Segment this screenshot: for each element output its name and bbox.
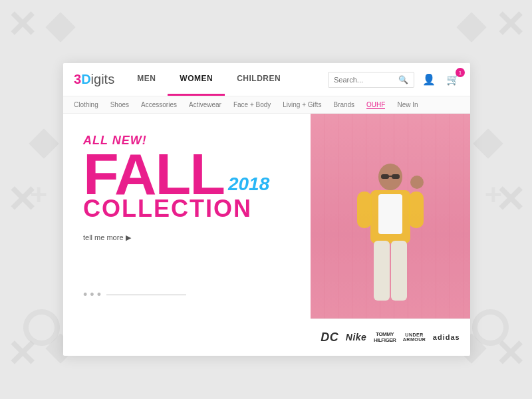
svg-rect-8 <box>381 174 389 179</box>
cart-wrapper[interactable]: 🛒 1 <box>444 70 462 88</box>
nav-men[interactable]: MEN <box>125 63 168 96</box>
svg-rect-7 <box>391 241 407 301</box>
nav-women[interactable]: WOMEN <box>168 63 225 96</box>
nav-children[interactable]: CHILDREN <box>225 63 293 96</box>
subnav-face-body[interactable]: Face + Body <box>233 101 271 108</box>
svg-rect-9 <box>392 174 400 179</box>
slider-dots: • • • <box>83 288 186 302</box>
subnav-activewear[interactable]: Activewear <box>189 101 221 108</box>
brand-dc[interactable]: DC <box>321 331 338 344</box>
nav-items: MEN WOMEN CHILDREN <box>125 63 320 96</box>
logo-3: 3 <box>74 72 81 86</box>
svg-rect-6 <box>374 241 390 301</box>
subnav-brands[interactable]: Brands <box>333 101 354 108</box>
dot-1[interactable]: • <box>83 288 87 302</box>
hero-year: 2018 <box>228 175 269 194</box>
nav-right: 🔍 👤 🛒 1 <box>320 63 470 96</box>
hero-cta[interactable]: tell me more ▶ <box>83 233 289 242</box>
user-icon[interactable]: 👤 <box>420 70 438 88</box>
subnav-clothing[interactable]: Clothing <box>74 101 98 108</box>
brands-bar: DC Nike TOMMYHILFIGER UNDERARMOUR adidas <box>311 319 470 355</box>
svg-rect-2 <box>378 194 402 234</box>
sub-nav: Clothing Shoes Accessories Activewear Fa… <box>63 96 470 114</box>
svg-rect-4 <box>409 192 424 228</box>
search-input[interactable] <box>334 76 398 84</box>
logo-d: D <box>81 72 90 86</box>
main-card: 3Digits MEN WOMEN CHILDREN 🔍 👤 🛒 1 Cloth… <box>63 63 470 356</box>
cart-badge: 1 <box>456 68 465 77</box>
subnav-shoes[interactable]: Shoes <box>110 101 129 108</box>
hero-collection: COLLECTION <box>83 195 289 223</box>
subnav-new-in[interactable]: New In <box>397 101 418 108</box>
brand-adidas[interactable]: adidas <box>433 333 460 341</box>
hero-fall: FALL <box>83 148 224 200</box>
slider-line <box>106 295 186 295</box>
hero-text-area: ALL NEW! FALL 2018 COLLECTION tell me mo… <box>63 114 303 355</box>
brand-tommy-hilfiger[interactable]: TOMMYHILFIGER <box>374 331 396 343</box>
search-box[interactable]: 🔍 <box>328 72 414 88</box>
svg-rect-3 <box>357 192 372 228</box>
search-icon: 🔍 <box>398 75 408 84</box>
hero-section: ALL NEW! FALL 2018 COLLECTION tell me mo… <box>63 114 470 355</box>
logo-igits: igits <box>91 72 115 86</box>
hero-fall-line: FALL 2018 <box>83 148 289 200</box>
subnav-living-gifts[interactable]: Living + Gifts <box>283 101 321 108</box>
dot-3[interactable]: • <box>97 288 101 302</box>
dot-2[interactable]: • <box>90 288 94 302</box>
subnav-accessories[interactable]: Accessories <box>141 101 177 108</box>
brand-nike[interactable]: Nike <box>346 332 367 342</box>
brand-under-armour[interactable]: UNDERARMOUR <box>403 332 426 342</box>
logo[interactable]: 3Digits <box>63 63 125 96</box>
person-figure <box>350 162 430 315</box>
svg-point-5 <box>410 176 424 189</box>
subnav-ouhf[interactable]: OUHF <box>366 101 385 109</box>
navbar: 3Digits MEN WOMEN CHILDREN 🔍 👤 🛒 1 <box>63 63 470 96</box>
